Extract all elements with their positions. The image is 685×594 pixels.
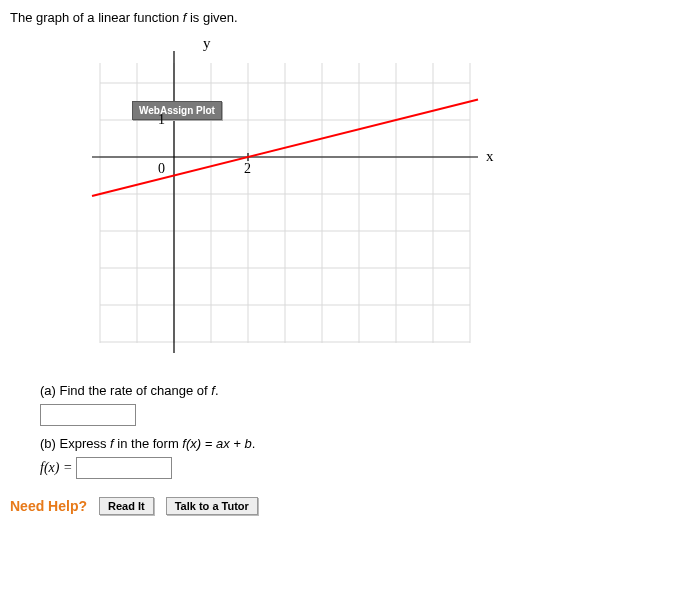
part-a-answer-input[interactable] (40, 404, 136, 426)
part-b-text: (b) Express f in the form f(x) = ax + b. (40, 436, 675, 451)
ytick-0: 0 (158, 161, 165, 177)
need-help-label: Need Help? (10, 498, 87, 514)
part-b-answer-input[interactable] (76, 457, 172, 479)
read-it-button[interactable]: Read It (99, 497, 154, 515)
prompt-tail: is given. (186, 10, 237, 25)
part-b: (b) Express f in the form f(x) = ax + b.… (40, 436, 675, 479)
talk-to-tutor-button[interactable]: Talk to a Tutor (166, 497, 258, 515)
plot-area: WebAssign Plot y x 1 0 2 (70, 33, 500, 363)
ytick-1: 1 (158, 112, 165, 128)
question-prompt: The graph of a linear function f is give… (10, 10, 675, 25)
y-axis-label: y (203, 35, 211, 52)
part-b-lead: (b) Express (40, 436, 110, 451)
linear-plot-svg (70, 33, 500, 363)
need-help-row: Need Help? Read It Talk to a Tutor (10, 497, 675, 515)
part-a-lead: (a) Find the rate of change of (40, 383, 211, 398)
xtick-2: 2 (244, 161, 251, 177)
part-b-form: f(x) = ax + b (182, 436, 251, 451)
plot-title-badge: WebAssign Plot (132, 101, 222, 120)
part-a-tail: . (215, 383, 219, 398)
fx-equals-label: f(x) = (40, 460, 72, 476)
part-b-tail: . (252, 436, 256, 451)
prompt-lead: The graph of a linear function (10, 10, 183, 25)
part-b-mid: in the form (114, 436, 183, 451)
x-axis-label: x (486, 148, 494, 165)
part-a: (a) Find the rate of change of f. (40, 383, 675, 426)
part-a-text: (a) Find the rate of change of f. (40, 383, 675, 398)
